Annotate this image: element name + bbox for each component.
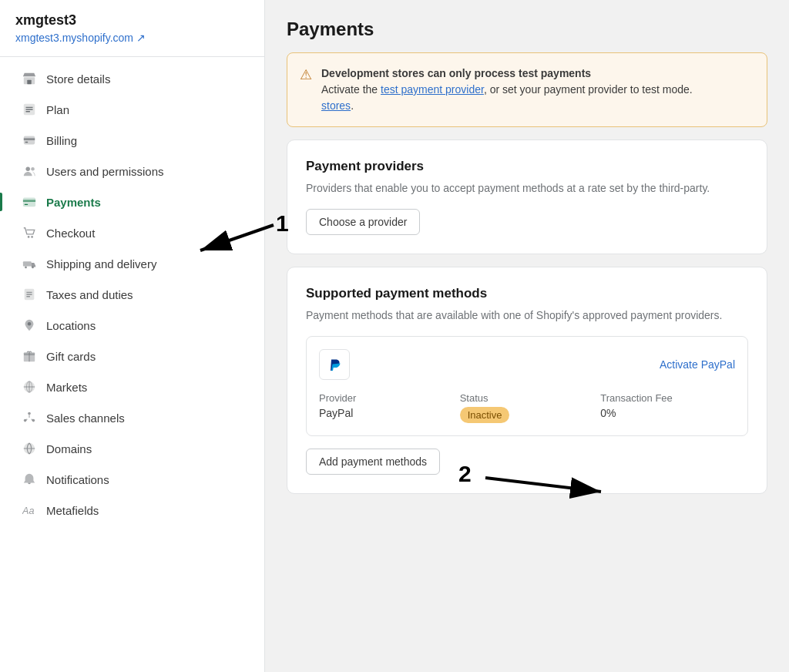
test-payment-provider-link[interactable]: test payment provider: [381, 83, 484, 96]
metafields-icon: Aa: [22, 502, 37, 518]
provider-col: Provider PayPal: [319, 392, 454, 423]
stores-link[interactable]: stores: [321, 99, 351, 112]
payment-providers-desc: Providers that enable you to accept paym…: [306, 180, 748, 197]
sidebar-label-taxes: Taxes and duties: [46, 288, 133, 301]
users-icon: [22, 163, 37, 179]
svg-rect-10: [25, 204, 29, 205]
sidebar-label-checkout: Checkout: [46, 227, 95, 240]
activate-paypal-link[interactable]: Activate PayPal: [660, 358, 735, 371]
sidebar-item-metafields[interactable]: Aa Metafields: [6, 495, 258, 526]
sidebar-item-store-details[interactable]: Store details: [6, 63, 258, 94]
sidebar-label-markets: Markets: [46, 381, 87, 394]
alert-suffix2: .: [351, 99, 354, 112]
choose-provider-button[interactable]: Choose a provider: [306, 209, 420, 235]
sidebar-item-users[interactable]: Users and permissions: [6, 156, 258, 186]
paypal-header: Activate PayPal: [319, 349, 735, 380]
sidebar-label-plan: Plan: [46, 103, 69, 116]
markets-icon: [22, 379, 37, 395]
svg-point-12: [31, 236, 33, 238]
sidebar-item-taxes[interactable]: Taxes and duties: [6, 279, 258, 310]
sidebar-label-sales-channels: Sales channels: [46, 412, 125, 425]
svg-rect-8: [23, 198, 35, 207]
sidebar-item-locations[interactable]: Locations: [6, 310, 258, 341]
sidebar-label-payments: Payments: [46, 196, 101, 209]
status-col: Status Inactive: [460, 392, 595, 423]
taxes-icon: [22, 287, 37, 302]
svg-point-14: [25, 267, 27, 269]
sidebar-item-billing[interactable]: Billing: [6, 125, 258, 156]
sidebar-label-store-details: Store details: [46, 72, 110, 86]
sidebar-label-notifications: Notifications: [46, 473, 109, 486]
domains-icon: [22, 441, 37, 456]
sidebar-item-checkout[interactable]: Checkout: [6, 217, 258, 248]
svg-point-17: [28, 322, 32, 326]
sidebar-item-payments[interactable]: Payments: [6, 186, 258, 217]
payments-icon: [22, 194, 37, 210]
supported-methods-card: Supported payment methods Payment method…: [287, 267, 767, 494]
provider-label: Provider: [319, 392, 454, 404]
alert-title: Development stores can only process test…: [321, 67, 591, 79]
sidebar-label-gift-cards: Gift cards: [46, 350, 96, 363]
sales-channels-icon: [22, 410, 37, 425]
paypal-logo: [319, 349, 350, 380]
alert-text: Development stores can only process test…: [321, 66, 693, 114]
sidebar-item-domains[interactable]: Domains: [6, 433, 258, 464]
paypal-card: Activate PayPal Provider PayPal Status I…: [306, 336, 748, 436]
billing-icon: [22, 133, 37, 148]
sidebar-label-billing: Billing: [46, 134, 77, 147]
sidebar-divider: [0, 56, 264, 57]
svg-point-15: [32, 267, 34, 269]
svg-text:Aa: Aa: [22, 506, 34, 516]
shipping-icon: [22, 256, 37, 271]
sidebar-label-users: Users and permissions: [46, 165, 164, 178]
plan-icon: [22, 102, 37, 117]
sidebar-label-shipping: Shipping and delivery: [46, 257, 156, 270]
provider-value: PayPal: [319, 407, 454, 419]
store-icon: [22, 71, 37, 86]
supported-methods-desc: Payment methods that are available with …: [306, 307, 748, 324]
fee-value: 0%: [600, 407, 735, 419]
sidebar-label-locations: Locations: [46, 319, 96, 332]
sidebar-item-sales-channels[interactable]: Sales channels: [6, 402, 258, 433]
sidebar-label-domains: Domains: [46, 442, 92, 455]
store-name: xmgtest3: [0, 12, 264, 32]
alert-body-prefix: Activate the: [321, 83, 381, 96]
fee-col: Transaction Fee 0%: [600, 392, 735, 423]
gift-icon: [22, 348, 37, 364]
svg-rect-5: [25, 142, 29, 143]
store-url[interactable]: xmgtest3.myshopify.com ↗: [0, 32, 264, 56]
warning-icon: ⚠: [300, 66, 312, 114]
sidebar-item-shipping[interactable]: Shipping and delivery: [6, 248, 258, 279]
svg-point-24: [28, 412, 31, 415]
page-title: Payments: [287, 18, 767, 40]
sidebar-item-notifications[interactable]: Notifications: [6, 464, 258, 495]
sidebar: xmgtest3 xmgtest3.myshopify.com ↗ Store …: [0, 0, 265, 672]
status-label: Status: [460, 392, 595, 404]
svg-point-11: [28, 236, 30, 238]
checkout-icon: [22, 225, 37, 240]
svg-rect-13: [23, 261, 32, 266]
svg-rect-4: [24, 138, 35, 140]
notifications-icon: [22, 472, 37, 487]
add-payment-methods-button[interactable]: Add payment methods: [306, 449, 440, 475]
sidebar-label-metafields: Metafields: [46, 504, 99, 517]
main-content: Payments ⚠ Development stores can only p…: [265, 0, 789, 672]
svg-rect-9: [23, 200, 35, 202]
sidebar-item-plan[interactable]: Plan: [6, 94, 258, 125]
fee-label: Transaction Fee: [600, 392, 735, 404]
alert-body-suffix: , or set your payment provider to test m…: [484, 83, 693, 96]
paypal-details: Provider PayPal Status Inactive Transact…: [319, 392, 735, 423]
payment-providers-title: Payment providers: [306, 159, 748, 174]
sidebar-item-markets[interactable]: Markets: [6, 371, 258, 402]
locations-icon: [22, 318, 37, 333]
svg-point-6: [26, 167, 30, 171]
payment-providers-card: Payment providers Providers that enable …: [287, 139, 767, 254]
supported-methods-title: Supported payment methods: [306, 286, 748, 301]
alert-banner: ⚠ Development stores can only process te…: [287, 52, 767, 127]
svg-point-7: [31, 167, 35, 171]
status-badge: Inactive: [460, 407, 510, 423]
sidebar-item-gift-cards[interactable]: Gift cards: [6, 341, 258, 371]
svg-rect-1: [27, 80, 31, 84]
